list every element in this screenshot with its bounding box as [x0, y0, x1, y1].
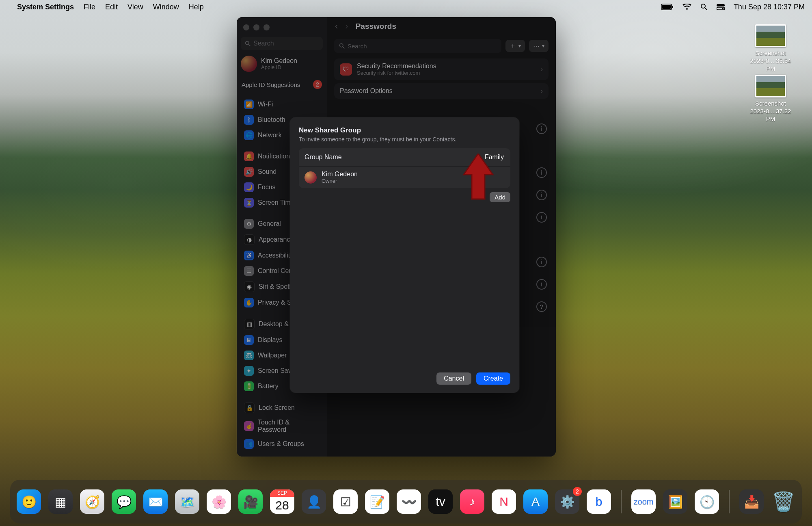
dock-tv[interactable]: tv [428, 489, 453, 514]
menubar: System Settings File Edit View Window He… [0, 0, 812, 14]
group-name-input[interactable] [438, 153, 505, 161]
sidebar-item-icon: 📶 [244, 100, 254, 109]
cancel-button[interactable]: Cancel [436, 372, 471, 385]
dock-bing[interactable]: b [587, 489, 611, 514]
dock-appstore[interactable]: A [523, 489, 548, 514]
sidebar-item-wi-fi[interactable]: 📶Wi-Fi [241, 97, 323, 112]
sidebar-item-icon: 🔔 [244, 152, 254, 161]
menubar-clock[interactable]: Thu Sep 28 10:37 PM [734, 3, 805, 11]
group-name-row: Group Name [299, 148, 510, 166]
dock-mail[interactable]: ✉️ [143, 489, 168, 514]
spotlight-icon[interactable] [700, 3, 708, 11]
desktop-file-screenshot-2[interactable]: Screenshot2023-0....37.22 PM [746, 75, 795, 123]
sheet-subtitle: To invite someone to the group, they mus… [299, 136, 510, 143]
dock-notes[interactable]: 📝 [365, 489, 389, 514]
sidebar-item-label: Bluetooth [258, 116, 285, 123]
sidebar-item-label: Wallpaper [258, 352, 287, 359]
dock-clock[interactable]: 🕙 [695, 489, 719, 514]
dock-separator [729, 490, 730, 513]
sidebar-item-icon: ◉ [244, 281, 255, 292]
sidebar-item-label: Touch ID & Password [258, 419, 320, 433]
owner-role: Owner [322, 178, 358, 184]
dock-news[interactable]: N [492, 489, 516, 514]
dock-zoom[interactable]: zoom [631, 489, 656, 514]
dock-maps[interactable]: 🗺️ [175, 489, 199, 514]
svg-rect-1 [662, 5, 671, 9]
dock-separator [621, 490, 622, 513]
sidebar-item-icon: 🔋 [244, 381, 254, 391]
wifi-icon[interactable] [682, 4, 691, 10]
dock-launchpad[interactable]: ▦ [48, 489, 73, 514]
maximize-icon[interactable] [263, 24, 270, 30]
sidebar-item-lock-screen[interactable]: 🔒Lock Screen [241, 400, 323, 416]
create-button[interactable]: Create [476, 372, 510, 385]
password-options-row[interactable]: Password Options › [334, 83, 549, 99]
dock-preview[interactable]: 🖼️ [663, 489, 687, 514]
minimize-icon[interactable] [253, 24, 259, 30]
forward-icon[interactable]: › [345, 21, 348, 32]
sidebar-item-icon: ♿ [244, 251, 254, 260]
dock-calendar[interactable]: SEP28 [270, 489, 294, 514]
info-icon[interactable]: i [536, 123, 547, 134]
search-icon [245, 41, 251, 47]
more-button[interactable]: ⋯ ▾ [529, 40, 549, 52]
content-titlebar: ‹ › Passwords [327, 17, 556, 36]
security-recommendations-row[interactable]: 🛡 Security Recommendations Security risk… [334, 58, 549, 80]
dock-reminders[interactable]: ☑︎ [333, 489, 358, 514]
dock-freeform[interactable]: 〰️ [397, 489, 421, 514]
menu-help[interactable]: Help [189, 3, 204, 11]
dock-facetime[interactable]: 🎥 [238, 489, 263, 514]
sidebar-item-label: Screen Time [258, 199, 294, 206]
screenshot-thumb-icon [755, 24, 786, 47]
help-icon[interactable]: ? [536, 301, 547, 312]
screenshot-thumb-icon [755, 75, 786, 97]
sidebar-item-icon: 🌙 [244, 182, 254, 192]
dock-photos[interactable]: 🌸 [207, 489, 231, 514]
back-icon[interactable]: ‹ [335, 21, 338, 32]
close-icon[interactable] [243, 24, 249, 30]
chevron-right-icon: › [541, 66, 543, 73]
sidebar-item-label: General [258, 220, 281, 227]
sidebar-item-users-groups[interactable]: 👥Users & Groups [241, 437, 323, 451]
add-password-button[interactable]: ＋ ▾ [505, 40, 525, 52]
sidebar-item-icon: ◑ [244, 234, 255, 245]
sidebar-item-label: Battery [258, 383, 279, 390]
dock-music[interactable]: ♪ [460, 489, 484, 514]
info-icon[interactable]: i [536, 279, 547, 290]
dock-safari[interactable]: 🧭 [80, 489, 104, 514]
dock-trash[interactable]: 🗑️ [771, 489, 795, 514]
info-icon[interactable]: i [536, 190, 547, 200]
sidebar-item-label: Appearance [259, 236, 294, 243]
sidebar-search-input[interactable]: Search [241, 37, 323, 50]
svg-line-11 [343, 47, 344, 48]
menu-file[interactable]: File [84, 3, 95, 11]
dock-contacts[interactable]: 👤 [302, 489, 326, 514]
sidebar-item-icon: ✋ [244, 298, 254, 307]
sidebar-item-icon: 🔒 [244, 403, 255, 413]
dock-finder[interactable]: 🙂 [17, 489, 41, 514]
info-icon[interactable]: i [536, 167, 547, 178]
sidebar-account[interactable]: Kim Gedeon Apple ID [237, 54, 327, 77]
battery-icon[interactable] [661, 4, 674, 10]
add-people-button[interactable]: Add [490, 192, 510, 202]
sidebar-item-icon: ⚙ [244, 219, 254, 229]
sidebar-item-touch-id-password[interactable]: ☝Touch ID & Password [241, 416, 323, 436]
sidebar-suggestions[interactable]: Apple ID Suggestions 2 [237, 77, 327, 94]
dock-downloads[interactable]: 📥 [739, 489, 764, 514]
svg-point-8 [246, 41, 249, 44]
search-icon [339, 43, 345, 49]
app-menu[interactable]: System Settings [17, 3, 74, 11]
shield-icon: 🛡 [340, 63, 352, 76]
info-icon[interactable]: i [536, 257, 547, 267]
control-center-icon[interactable] [717, 4, 725, 10]
menu-edit[interactable]: Edit [105, 3, 118, 11]
desktop-file-screenshot-1[interactable]: Screenshot2023-0....35.54 PM [746, 24, 795, 72]
badge: 2 [313, 80, 322, 89]
info-icon[interactable]: i [536, 212, 547, 223]
passwords-search-input[interactable]: Search [334, 39, 501, 53]
dock-messages[interactable]: 💬 [112, 489, 136, 514]
menu-view[interactable]: View [127, 3, 143, 11]
menu-window[interactable]: Window [153, 3, 179, 11]
system-settings-window: Search Kim Gedeon Apple ID Apple ID Sugg… [237, 17, 556, 457]
search-placeholder: Search [253, 40, 274, 47]
